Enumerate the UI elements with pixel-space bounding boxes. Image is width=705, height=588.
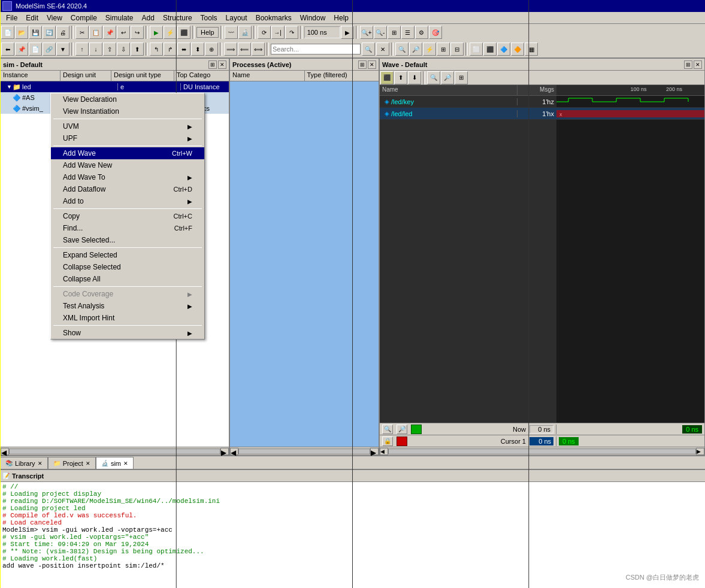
cm-copy-shortcut: Ctrl+C (174, 213, 192, 220)
watermark: CSDN @白日做梦的老虎 (626, 573, 699, 582)
cm-sep-3 (53, 208, 202, 209)
cm-find-shortcut: Ctrl+F (174, 225, 192, 232)
cm-sep-6 (53, 325, 202, 326)
cm-add-wave-to-arrow: ▶ (187, 174, 192, 181)
cm-collapse-selected[interactable]: Collapse Selected (51, 261, 204, 273)
cm-expand-selected[interactable]: Expand Selected (51, 249, 204, 261)
cm-copy-label: Copy (63, 212, 80, 220)
cm-add-wave-shortcut: Ctrl+W (172, 150, 192, 157)
cm-view-decl-label: View Declaration (63, 95, 117, 104)
cm-test-analysis-label: Test Analysis (63, 302, 104, 310)
cm-add-wave-new-label: Add Wave New (63, 161, 112, 169)
cm-add-to[interactable]: Add to ▶ (51, 195, 204, 207)
cm-add-wave-new[interactable]: Add Wave New (51, 159, 204, 171)
cm-add-to-arrow: ▶ (187, 198, 192, 205)
cm-test-analysis-arrow: ▶ (187, 303, 192, 310)
cm-find[interactable]: Find... Ctrl+F (51, 222, 204, 234)
cm-add-dataflow-shortcut: Ctrl+D (174, 186, 192, 193)
cm-sep-2 (53, 146, 202, 146)
cm-collapse-all[interactable]: Collapse All (51, 273, 204, 285)
cm-add-dataflow-label: Add Dataflow (63, 185, 105, 193)
cm-add-wave-to-label: Add Wave To (63, 173, 105, 181)
cm-collapse-selected-label: Collapse Selected (63, 263, 121, 271)
context-menu: View Declaration View Instantiation UVM … (50, 93, 205, 340)
cm-show-label: Show (63, 329, 81, 337)
cm-code-coverage-arrow: ▶ (187, 291, 192, 298)
cm-copy[interactable]: Copy Ctrl+C (51, 210, 204, 222)
cm-code-coverage[interactable]: Code Coverage ▶ (51, 288, 204, 300)
cm-collapse-all-label: Collapse All (63, 275, 101, 283)
cm-show[interactable]: Show ▶ (51, 327, 204, 339)
cm-code-coverage-label: Code Coverage (63, 290, 113, 298)
cm-view-inst-label: View Instantiation (63, 107, 119, 116)
cm-upf-label: UPF (63, 134, 77, 143)
cm-sep-4 (53, 247, 202, 248)
cm-add-wave-label: Add Wave (63, 149, 96, 157)
cm-sep-1 (53, 119, 202, 119)
cm-uvm-arrow: ▶ (187, 123, 192, 130)
cm-test-analysis[interactable]: Test Analysis ▶ (51, 300, 204, 312)
cm-sep-5 (53, 286, 202, 287)
cm-upf-arrow: ▶ (187, 135, 192, 142)
cm-uvm-label: UVM (63, 122, 79, 131)
cm-add-dataflow[interactable]: Add Dataflow Ctrl+D (51, 183, 204, 195)
cm-find-label: Find... (63, 224, 83, 232)
cm-uvm[interactable]: UVM ▶ (51, 120, 204, 132)
cm-view-declaration[interactable]: View Declaration (51, 93, 204, 105)
cm-xml-import-label: XML Import Hint (63, 314, 114, 322)
cm-save-selected[interactable]: Save Selected... (51, 234, 204, 246)
cm-save-selected-label: Save Selected... (63, 236, 115, 244)
cm-upf[interactable]: UPF ▶ (51, 132, 204, 144)
cm-show-arrow: ▶ (187, 330, 192, 337)
cm-view-instantiation[interactable]: View Instantiation (51, 105, 204, 117)
cm-xml-import-hint[interactable]: XML Import Hint (51, 312, 204, 324)
cm-add-wave[interactable]: Add Wave Ctrl+W (51, 147, 204, 159)
cm-add-wave-to[interactable]: Add Wave To ▶ (51, 171, 204, 183)
cm-expand-selected-label: Expand Selected (63, 251, 117, 259)
cm-add-to-label: Add to (63, 197, 84, 205)
